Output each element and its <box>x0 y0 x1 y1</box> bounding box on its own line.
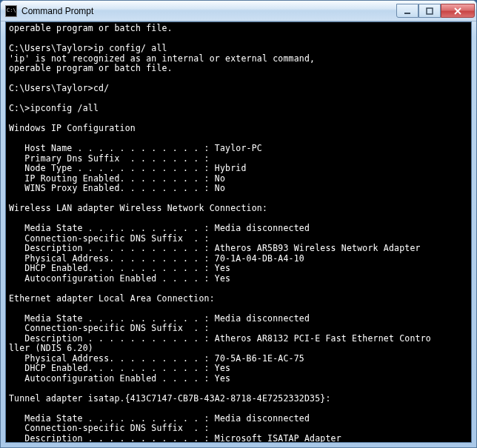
maximize-icon <box>426 7 433 15</box>
maximize-button[interactable] <box>418 4 441 18</box>
close-button[interactable] <box>441 4 475 18</box>
window-title: Command Prompt <box>21 6 396 16</box>
minimize-button[interactable] <box>396 4 418 18</box>
minimize-icon <box>404 7 411 15</box>
svg-rect-1 <box>427 8 433 14</box>
console-output: operable program or batch file. C:\Users… <box>9 24 468 443</box>
window-buttons <box>396 4 475 18</box>
titlebar[interactable]: Command Prompt <box>1 1 476 21</box>
close-icon <box>454 7 461 15</box>
console-area[interactable]: operable program or batch file. C:\Users… <box>5 21 472 443</box>
command-prompt-window: Command Prompt operable program or batch… <box>0 0 477 448</box>
svg-rect-0 <box>404 13 410 14</box>
app-icon <box>5 5 17 17</box>
